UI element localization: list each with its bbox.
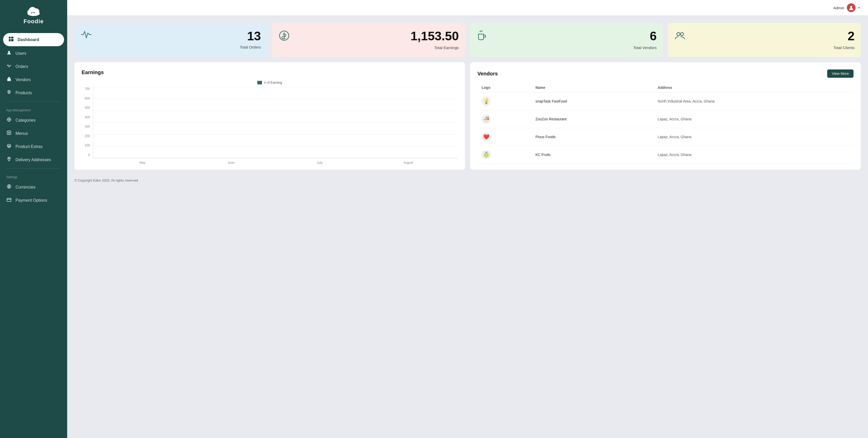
logo-cloud-icon <box>26 6 41 17</box>
svg-point-6 <box>34 12 35 13</box>
vendor-name-cell: Pious Foods <box>531 128 654 146</box>
total-clients-value: 2 <box>847 30 855 42</box>
earnings-panel-title: Earnings <box>82 69 104 75</box>
total-earnings-value: 1,153.50 <box>410 30 459 42</box>
sidebar-item-orders[interactable]: Orders <box>0 60 67 73</box>
legend-label: # of Earning <box>264 81 282 85</box>
svg-point-18 <box>8 158 9 159</box>
svg-point-25 <box>680 33 684 36</box>
legend-box <box>257 81 262 85</box>
view-more-button[interactable]: View More <box>827 69 854 78</box>
sidebar-logo: Foodie <box>0 0 67 30</box>
payment-options-icon <box>6 197 12 203</box>
total-orders-value: 13 <box>247 30 261 42</box>
users-icon <box>6 50 12 56</box>
vendor-address-cell: Lapaz, Accra, Ghana <box>654 128 854 146</box>
menus-icon <box>6 130 12 136</box>
sidebar-item-products[interactable]: Products <box>0 86 67 99</box>
table-row: 💡 snapTask FastFood North Industrial Are… <box>477 92 854 110</box>
user-info[interactable]: Admin ▾ <box>833 3 860 12</box>
sidebar-divider-2 <box>6 168 61 169</box>
sidebar-item-categories[interactable]: Categories <box>0 114 67 127</box>
vendor-logo: 🍈 <box>482 150 491 159</box>
x-label-august: August <box>364 161 453 164</box>
svg-rect-13 <box>8 79 9 80</box>
earnings-panel: Earnings # of Earning 700 600 500 400 30… <box>74 62 465 170</box>
y-label-700: 700 <box>85 87 90 91</box>
svg-point-4 <box>31 12 32 13</box>
total-vendors-value: 6 <box>650 30 657 42</box>
user-name: Admin <box>833 6 844 10</box>
sidebar-item-dashboard[interactable]: Dashboard <box>3 33 64 46</box>
footer: © Copyright Eden 2020. All rights reserv… <box>67 175 868 186</box>
stat-card-total-orders: 13 Total Orders <box>74 23 267 57</box>
chart-bars-area <box>93 87 458 158</box>
stat-card-total-vendors: 6 Total Vendors <box>470 23 663 57</box>
currencies-icon <box>6 184 12 190</box>
sidebar-item-users-label: Users <box>16 51 26 56</box>
sidebar: Foodie Dashboard Users Orders Vendors <box>0 0 67 438</box>
total-orders-label: Total Orders <box>81 45 261 49</box>
sidebar-item-menus-label: Menus <box>16 131 28 136</box>
vendor-address-cell: Lapaz, Accra, Ghana <box>654 146 854 164</box>
sidebar-item-delivery-addresses-label: Delivery Addresses <box>16 158 51 162</box>
sidebar-item-dashboard-label: Dashboard <box>18 37 39 42</box>
settings-label: Settings <box>0 171 67 181</box>
stats-row: 13 Total Orders 1,153.50 Total Earnings <box>67 15 868 62</box>
categories-icon <box>6 117 12 123</box>
sidebar-divider-1 <box>6 101 61 102</box>
vendors-panel-title: Vendors <box>477 71 498 77</box>
col-address: Address <box>654 83 854 92</box>
chart-x-labels: May June July August <box>93 161 458 164</box>
col-logo: Logo <box>477 83 531 92</box>
footer-text: © Copyright Eden 2020. All rights reserv… <box>74 179 138 182</box>
stat-card-total-clients: 2 Total Clients <box>668 23 861 57</box>
orders-icon <box>6 64 12 69</box>
dollar-icon <box>278 30 290 43</box>
panels-row: Earnings # of Earning 700 600 500 400 30… <box>67 62 868 175</box>
vendor-logo: 💡 <box>482 97 491 106</box>
total-vendors-label: Total Vendors <box>476 45 657 50</box>
logo-text: Foodie <box>24 18 44 25</box>
sidebar-navigation: Dashboard Users Orders Vendors Products <box>0 30 67 438</box>
y-label-400: 400 <box>85 116 90 119</box>
chart-container: 700 600 500 400 300 200 100 0 <box>82 87 458 164</box>
sidebar-item-currencies[interactable]: Currencies <box>0 181 67 194</box>
sidebar-item-users[interactable]: Users <box>0 47 67 60</box>
app-management-label: App Management <box>0 104 67 114</box>
sidebar-item-product-extras[interactable]: Product Extras <box>0 140 67 153</box>
vendor-logo-cell: 🍜 <box>477 110 531 128</box>
coffee-icon <box>476 30 488 43</box>
y-label-200: 200 <box>85 134 90 138</box>
vendors-table-body: 💡 snapTask FastFood North Industrial Are… <box>477 92 854 164</box>
vendors-panel-header: Vendors View More <box>477 69 854 78</box>
chevron-down-icon: ▾ <box>858 6 860 9</box>
sidebar-item-vendors[interactable]: Vendors <box>0 73 67 86</box>
vendor-logo-cell: 💡 <box>477 92 531 110</box>
y-label-300: 300 <box>85 125 90 128</box>
sidebar-item-payment-options-label: Payment Options <box>16 198 47 203</box>
col-name: Name <box>531 83 654 92</box>
sidebar-item-menus[interactable]: Menus <box>0 127 67 140</box>
vendor-address-cell: Lapaz, Accra, Ghana <box>654 110 854 128</box>
table-row: 🍈 KC Fruits Lapaz, Accra, Ghana <box>477 146 854 164</box>
sidebar-item-delivery-addresses[interactable]: Delivery Addresses <box>0 153 67 166</box>
svg-rect-20 <box>7 198 11 201</box>
svg-rect-9 <box>9 39 10 41</box>
delivery-addresses-icon <box>6 157 12 163</box>
y-label-600: 600 <box>85 97 90 100</box>
vendor-logo: 🍜 <box>482 115 491 124</box>
chart-legend: # of Earning <box>82 81 458 85</box>
dashboard-icon <box>8 37 14 42</box>
sidebar-item-currencies-label: Currencies <box>16 185 35 190</box>
vendors-table: Logo Name Address 💡 snapTask FastFood No… <box>477 83 854 164</box>
vendor-name-cell: ZooZoo Restaurant <box>531 110 654 128</box>
vendors-panel: Vendors View More Logo Name Address 💡 sn… <box>470 62 861 170</box>
total-earnings-label: Total Earnings <box>278 45 459 50</box>
sidebar-item-categories-label: Categories <box>16 118 35 123</box>
sidebar-item-payment-options[interactable]: Payment Options <box>0 194 67 207</box>
chart-y-labels: 700 600 500 400 300 200 100 0 <box>82 87 91 157</box>
svg-point-11 <box>8 51 10 53</box>
products-icon <box>6 90 12 96</box>
svg-rect-17 <box>7 131 11 134</box>
